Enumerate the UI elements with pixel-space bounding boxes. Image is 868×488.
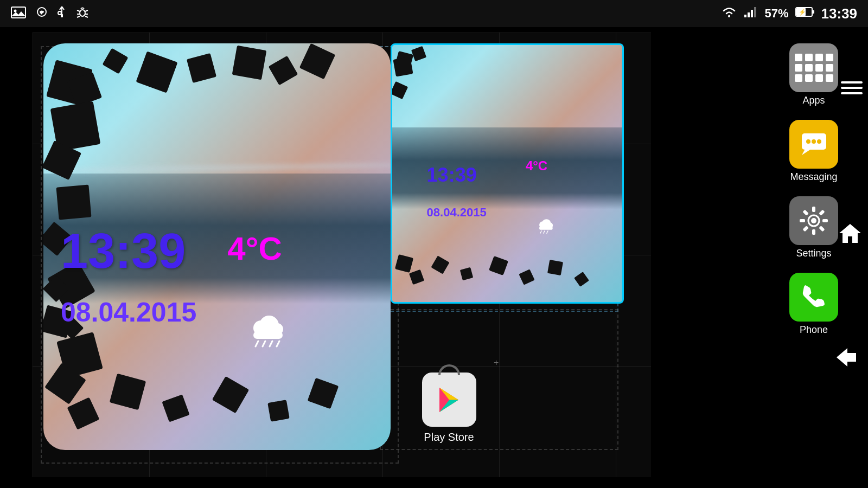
widget-weather-icon bbox=[245, 312, 288, 357]
messaging-label: Messaging bbox=[790, 171, 837, 183]
play-store-label: Play Store bbox=[424, 431, 474, 444]
play-store-bag-handle bbox=[438, 364, 460, 375]
svg-line-37 bbox=[540, 230, 541, 233]
settings-gear-svg bbox=[797, 204, 830, 237]
svg-point-50 bbox=[811, 218, 816, 223]
play-store-icon-bg bbox=[422, 373, 476, 427]
small-widget-time: 13:39 bbox=[427, 164, 477, 187]
svg-rect-55 bbox=[812, 229, 815, 235]
settings-label: Settings bbox=[796, 248, 831, 259]
small-widget-temperature: 4°C bbox=[526, 158, 547, 174]
apps-app-icon[interactable]: Apps bbox=[778, 43, 849, 106]
play-store-icon[interactable]: Play Store bbox=[391, 350, 507, 466]
status-time: 13:39 bbox=[821, 5, 858, 22]
main-area: + + + + + bbox=[0, 27, 868, 488]
svg-rect-18 bbox=[748, 12, 750, 17]
svg-line-15 bbox=[85, 16, 88, 17]
svg-line-31 bbox=[270, 341, 272, 346]
apps-label: Apps bbox=[802, 95, 825, 106]
svg-rect-52 bbox=[819, 209, 825, 215]
small-clock-widget[interactable]: 13:39 4°C 08.04.2015 bbox=[391, 43, 624, 304]
status-icons-left bbox=[11, 5, 89, 22]
sm-sq-11 bbox=[547, 260, 563, 275]
svg-marker-2 bbox=[11, 11, 25, 16]
svg-rect-54 bbox=[819, 226, 825, 232]
svg-point-7 bbox=[58, 11, 61, 15]
svg-point-1 bbox=[14, 9, 17, 12]
large-clock-widget[interactable]: 13:39 4°C 08.04.2015 bbox=[43, 43, 391, 450]
svg-point-47 bbox=[812, 139, 816, 144]
hamburger-line-2 bbox=[841, 87, 863, 89]
messaging-app-icon[interactable]: Messaging bbox=[778, 120, 849, 183]
battery-icon: ⚡ bbox=[795, 7, 815, 21]
svg-rect-56 bbox=[802, 226, 808, 232]
svg-line-10 bbox=[77, 10, 80, 11]
svg-line-29 bbox=[256, 341, 258, 346]
home-icon bbox=[838, 222, 863, 244]
small-widget-date: 08.04.2015 bbox=[427, 206, 487, 220]
widget-date: 08.04.2015 bbox=[61, 297, 196, 328]
svg-rect-28 bbox=[253, 331, 283, 339]
svg-point-16 bbox=[728, 15, 730, 17]
signal-icon bbox=[744, 6, 758, 21]
svg-line-39 bbox=[547, 230, 548, 233]
svg-line-30 bbox=[263, 341, 265, 346]
messaging-icon-bg bbox=[789, 120, 838, 169]
hamburger-line-3 bbox=[841, 92, 863, 94]
messaging-icon-svg bbox=[799, 131, 829, 158]
svg-point-9 bbox=[80, 10, 85, 16]
home-nav-button[interactable] bbox=[838, 222, 863, 246]
svg-rect-36 bbox=[539, 226, 553, 229]
viber-icon bbox=[36, 7, 48, 21]
back-nav-button[interactable] bbox=[835, 347, 860, 370]
phone-icon-svg bbox=[800, 282, 827, 312]
deco-sq-6 bbox=[56, 184, 91, 220]
svg-rect-51 bbox=[812, 207, 815, 212]
settings-icon-bg bbox=[789, 196, 838, 245]
hamburger-line-1 bbox=[841, 81, 863, 84]
apps-dots-grid bbox=[788, 47, 840, 88]
widget-time: 13:39 bbox=[61, 223, 186, 279]
svg-marker-59 bbox=[839, 224, 861, 243]
status-bar: 57% ⚡ 13:39 bbox=[0, 0, 868, 27]
hamburger-menu[interactable] bbox=[841, 81, 863, 94]
svg-rect-22 bbox=[812, 10, 814, 14]
phone-label: Phone bbox=[800, 324, 828, 336]
play-store-logo bbox=[434, 385, 464, 415]
svg-line-32 bbox=[277, 341, 279, 346]
status-icons-right: 57% ⚡ 13:39 bbox=[721, 5, 857, 22]
widget-temperature: 4°C bbox=[227, 230, 282, 267]
svg-rect-53 bbox=[822, 219, 828, 222]
svg-rect-20 bbox=[754, 7, 756, 17]
svg-rect-8 bbox=[61, 14, 63, 17]
svg-line-38 bbox=[544, 230, 545, 233]
sm-sq-3 bbox=[393, 56, 413, 76]
svg-rect-19 bbox=[751, 10, 753, 17]
right-sidebar: Apps Messaging bbox=[760, 33, 868, 488]
svg-line-14 bbox=[77, 16, 80, 17]
svg-point-46 bbox=[806, 139, 810, 144]
small-widget-weather-icon bbox=[535, 217, 556, 238]
svg-line-11 bbox=[85, 10, 88, 11]
battery-percent: 57% bbox=[764, 7, 788, 21]
usb-icon bbox=[58, 5, 66, 22]
svg-rect-17 bbox=[744, 15, 746, 17]
phone-icon-bg bbox=[789, 273, 838, 322]
back-icon bbox=[835, 347, 860, 368]
svg-marker-60 bbox=[837, 348, 856, 367]
debug-icon bbox=[76, 6, 89, 22]
svg-rect-57 bbox=[800, 219, 805, 222]
deco-sq-21 bbox=[267, 400, 290, 422]
wifi-icon bbox=[721, 6, 737, 21]
svg-rect-58 bbox=[802, 209, 808, 215]
phone-app-icon[interactable]: Phone bbox=[778, 273, 849, 336]
svg-point-48 bbox=[817, 139, 821, 144]
apps-icon-bg bbox=[789, 43, 838, 92]
svg-text:⚡: ⚡ bbox=[799, 8, 806, 16]
deco-sq-15 bbox=[232, 45, 267, 80]
gallery-icon bbox=[11, 7, 26, 21]
